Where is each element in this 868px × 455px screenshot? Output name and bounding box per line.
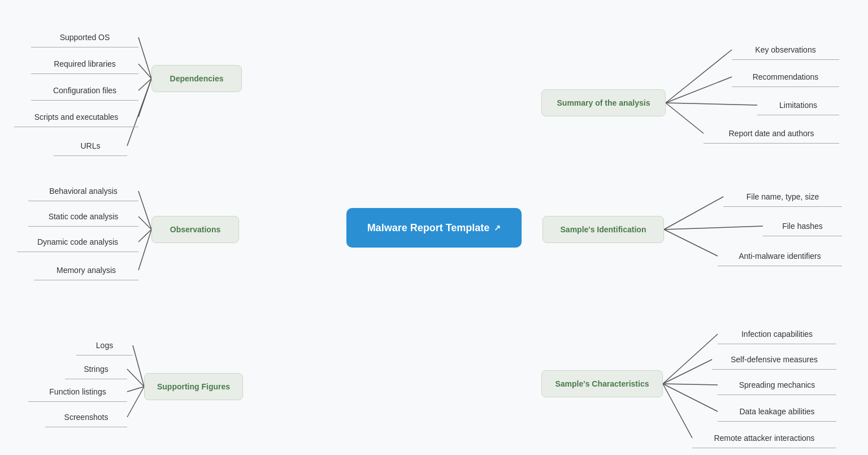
leaf-report-date-authors: Report date and authors	[704, 123, 839, 144]
branch-identification[interactable]: Sample's Identification	[542, 216, 664, 243]
center-node[interactable]: Malware Report Template ↗	[346, 208, 522, 248]
mindmap-container: Malware Report Template ↗ Dependencies S…	[0, 0, 868, 455]
leaf-spreading-mechanics: Spreading mechanics	[718, 375, 836, 395]
leaf-behavioral-analysis: Behavioral analysis	[28, 181, 138, 201]
branch-dependencies[interactable]: Dependencies	[151, 65, 242, 92]
summary-label: Summary of the analysis	[557, 98, 650, 107]
leaf-data-leakage-abilities: Data leakage abilities	[718, 401, 836, 422]
branch-summary[interactable]: Summary of the analysis	[541, 89, 666, 116]
leaf-infection-capabilities: Infection capabilities	[718, 324, 836, 344]
dependencies-label: Dependencies	[170, 74, 224, 83]
observations-label: Observations	[170, 225, 220, 234]
leaf-urls: URLs	[54, 136, 127, 156]
leaf-file-hashes: File hashes	[763, 216, 842, 236]
identification-label: Sample's Identification	[561, 225, 646, 234]
leaf-self-defensive-measures: Self-defensive measures	[712, 349, 836, 370]
leaf-required-libraries: Required libraries	[31, 54, 138, 74]
leaf-function-listings: Function listings	[28, 382, 127, 402]
leaf-recommendations: Recommendations	[732, 67, 839, 87]
leaf-scripts-executables: Scripts and executables	[14, 107, 138, 127]
external-link-icon: ↗	[494, 223, 501, 232]
branch-characteristics[interactable]: Sample's Characteristics	[541, 370, 663, 397]
characteristics-label: Sample's Characteristics	[555, 379, 649, 388]
center-label: Malware Report Template	[367, 222, 490, 234]
leaf-memory-analysis: Memory analysis	[34, 260, 138, 280]
supporting-figures-label: Supporting Figures	[157, 382, 230, 391]
branch-supporting-figures[interactable]: Supporting Figures	[144, 373, 243, 400]
leaf-strings: Strings	[65, 359, 127, 379]
leaf-configuration-files: Configuration files	[31, 80, 138, 101]
leaf-anti-malware-identifiers: Anti-malware identifiers	[718, 246, 842, 266]
leaf-screenshots: Screenshots	[45, 407, 127, 427]
leaf-key-observations: Key observations	[732, 40, 839, 60]
leaf-logs: Logs	[76, 335, 133, 356]
leaf-remote-attacker-interactions: Remote attacker interactions	[692, 428, 836, 448]
leaf-file-name-type-size: File name, type, size	[723, 187, 842, 207]
leaf-dynamic-code-analysis: Dynamic code analysis	[17, 232, 138, 252]
leaf-limitations: Limitations	[757, 95, 839, 115]
leaf-supported-os: Supported OS	[31, 27, 138, 47]
branch-observations[interactable]: Observations	[151, 216, 239, 243]
leaf-static-code-analysis: Static code analysis	[28, 206, 138, 227]
